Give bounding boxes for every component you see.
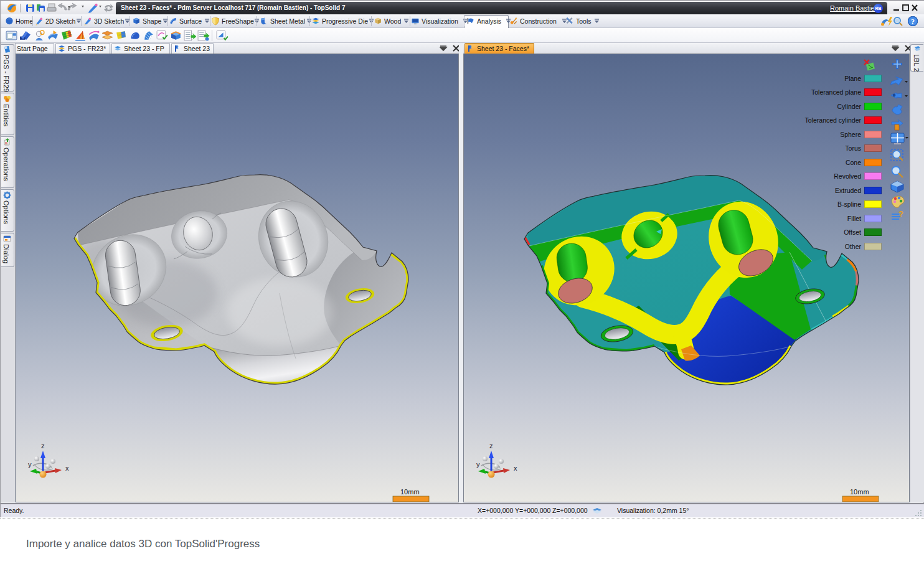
svg-text:z: z — [41, 442, 45, 449]
svg-text:?: ? — [911, 17, 915, 26]
svg-text:?: ? — [898, 209, 903, 219]
svg-text:10mm: 10mm — [400, 488, 420, 496]
svg-text:y: y — [28, 461, 32, 468]
svg-text:x: x — [65, 464, 69, 472]
